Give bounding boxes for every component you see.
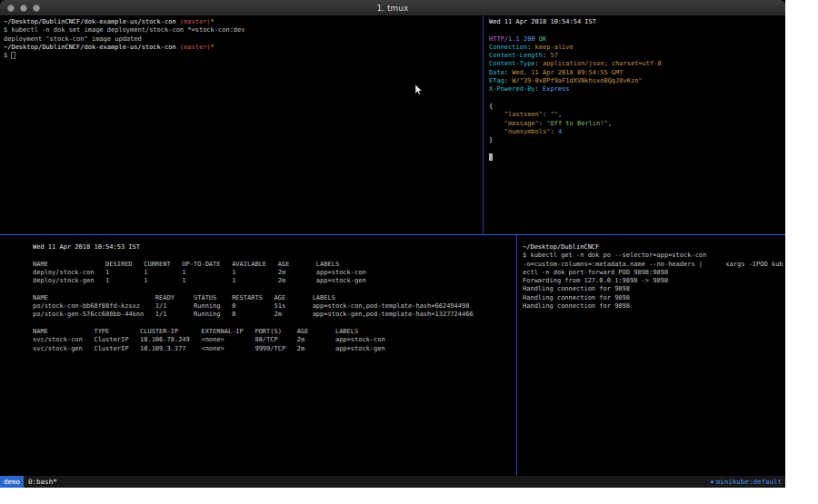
session-name-badge: demo	[0, 476, 24, 488]
pane-bottom-left-kubectl-get[interactable]: Wed 11 Apr 2018 10:54:53 ISTNAME DESIRED…	[0, 235, 516, 476]
close-button[interactable]	[7, 5, 15, 12]
pane-top-left-shell[interactable]: ~/Desktop/DublinCNCF/dok-example-us/stoc…	[0, 15, 483, 234]
minimize-button[interactable]	[20, 5, 27, 12]
window-title: 1. tmux	[0, 4, 785, 13]
zoom-button[interactable]	[33, 5, 40, 12]
pane-divider-horizontal[interactable]	[0, 234, 785, 235]
kube-context-label: minikube:default	[716, 478, 782, 486]
traffic-lights	[0, 5, 40, 12]
mouse-cursor	[414, 84, 423, 95]
kube-context-status: ⎈minikube:default	[710, 476, 785, 488]
pane-bottom-right-port-forward[interactable]: ~/Desktop/DublinCNCF$ kubectl get -n dok…	[517, 235, 785, 476]
terminal-window: 1. tmux ~/Desktop/DublinCNCF/dok-example…	[0, 0, 785, 488]
pane-top-right-http-response[interactable]: Wed 11 Apr 2018 10:54:54 ISTHTTP/1.1 200…	[484, 15, 785, 234]
status-left: demo 0:bash*	[0, 476, 57, 488]
pane-divider-vertical-top[interactable]	[483, 15, 484, 234]
pane-divider-vertical-bottom[interactable]	[516, 235, 517, 476]
titlebar[interactable]: 1. tmux	[0, 0, 785, 15]
tmux-status-bar: demo 0:bash* ⎈minikube:default	[0, 476, 785, 488]
window-tab-bash[interactable]: 0:bash*	[24, 476, 57, 488]
tmux-content: ~/Desktop/DublinCNCF/dok-example-us/stoc…	[0, 15, 785, 476]
